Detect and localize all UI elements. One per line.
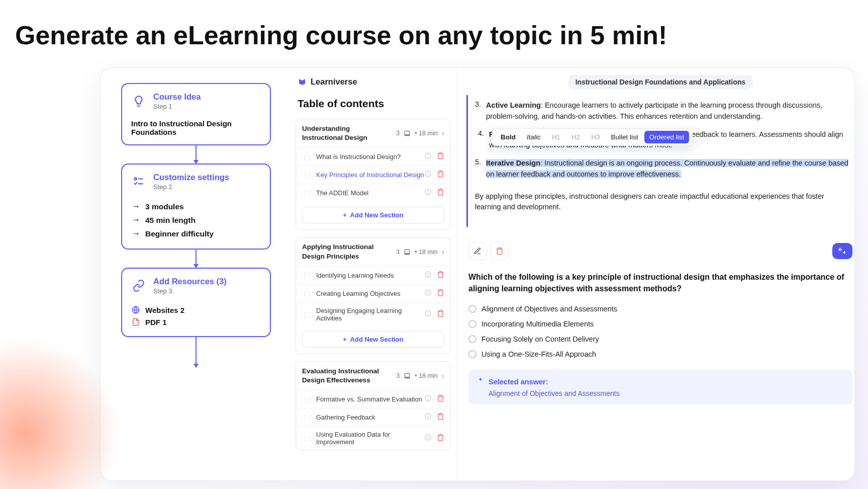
section-name: Gathering Feedback (316, 414, 375, 421)
content-editor[interactable]: 3. Active Learning: Encourage learners t… (466, 95, 854, 227)
toc-section-row[interactable]: ⋮⋮ Key Principles of Instructional Desig… (296, 166, 450, 184)
toolbar-bold[interactable]: Bold (496, 131, 521, 143)
drag-handle-icon[interactable]: ⋮⋮ (302, 396, 312, 403)
quiz-option[interactable]: Focusing Solely on Content Delivery (468, 332, 852, 347)
app-window: Course Idea Step 1 Intro to Instructiona… (101, 68, 854, 480)
info-icon[interactable] (424, 394, 432, 404)
trash-icon[interactable] (437, 309, 444, 319)
flow-card-customize[interactable]: Customize settings Step 2 →3 modules →45… (121, 164, 271, 250)
flow-card-course-idea[interactable]: Course Idea Step 1 Intro to Instructiona… (121, 83, 271, 145)
toc-section-row[interactable]: ⋮⋮ The ADDIE Model (296, 184, 450, 202)
section-name: What is Instructional Design? (316, 153, 401, 160)
radio-icon[interactable] (468, 305, 476, 313)
drag-handle-icon[interactable]: ⋮⋮ (302, 435, 312, 442)
lightbulb-icon (131, 94, 146, 109)
flow-connector (196, 145, 197, 164)
trash-icon[interactable] (437, 271, 444, 280)
quiz-option[interactable]: Using a One-Size-Fits-All Approach (468, 347, 852, 362)
list-item: 5. Iterative Design: Instructional desig… (475, 158, 849, 180)
toolbar-h2[interactable]: H2 (566, 131, 585, 143)
info-icon[interactable] (424, 413, 432, 422)
arrow-right-icon: → (131, 201, 140, 212)
flow-card-title: Customize settings (153, 173, 229, 182)
add-section-button[interactable]: + Add New Section (302, 331, 444, 348)
toc-section-row[interactable]: ⋮⋮ Gathering Feedback (296, 408, 450, 426)
section-name: Identifying Learning Needs (316, 272, 394, 279)
quiz-option[interactable]: Alignment of Objectives and Assessments (468, 301, 852, 316)
option-label: Focusing Solely on Content Delivery (481, 335, 599, 343)
flow-card-resources[interactable]: Add Resources (3) Step 3 Websites 2 PDF … (121, 268, 271, 337)
info-icon[interactable] (424, 188, 432, 198)
flow-connector (196, 250, 197, 268)
section-name: Formative vs. Summative Evaluation (316, 395, 422, 403)
info-icon[interactable] (424, 434, 432, 443)
info-icon[interactable] (424, 152, 432, 161)
section-name: Using Evaluation Data for Improvement (316, 431, 424, 446)
module-meta: 3• 18 min › (396, 248, 444, 257)
ai-generate-button[interactable] (832, 243, 852, 259)
selected-answer-value: Alignment of Objectives and Assessments (489, 389, 844, 397)
section-name: Creating Learning Objectives (316, 290, 401, 297)
selected-answer-box: Selected answer: Alignment of Objectives… (468, 370, 852, 404)
drag-handle-icon[interactable]: ⋮⋮ (302, 153, 312, 160)
checklist-icon (131, 174, 146, 189)
toolbar-ordered-list[interactable]: Ordered list (644, 131, 690, 143)
arrow-right-icon: → (131, 228, 140, 239)
edit-button[interactable] (468, 242, 487, 260)
trash-icon[interactable] (437, 434, 444, 443)
selected-answer-label: Selected answer: (489, 378, 548, 386)
trash-icon[interactable] (437, 188, 444, 198)
toc-section-row[interactable]: ⋮⋮ What is Instructional Design? (296, 147, 450, 166)
info-icon[interactable] (424, 309, 432, 319)
module-header[interactable]: Applying Instructional Design Principles… (296, 237, 450, 266)
trash-icon[interactable] (437, 413, 444, 422)
trash-icon[interactable] (437, 152, 444, 161)
drag-handle-icon[interactable]: ⋮⋮ (302, 272, 312, 279)
toolbar-bullet-list[interactable]: Bullet list (606, 131, 643, 143)
module-title: Understanding Instructional Design (302, 124, 388, 142)
trash-icon[interactable] (437, 289, 444, 298)
chevron-right-icon: › (442, 129, 444, 138)
radio-icon[interactable] (468, 335, 476, 343)
brand-logo-icon (298, 77, 307, 87)
document-title-pill: Instructional Design Foundations and App… (568, 75, 753, 89)
flow-connector (196, 337, 197, 367)
drag-handle-icon[interactable]: ⋮⋮ (302, 290, 312, 297)
file-pdf-icon (131, 317, 140, 327)
delete-button[interactable] (491, 242, 509, 260)
trash-icon[interactable] (437, 170, 444, 180)
quiz-option[interactable]: Incorporating Multimedia Elements (468, 316, 852, 332)
toc-section-row[interactable]: ⋮⋮ Designing Engaging Learning Activitie… (296, 302, 450, 326)
drag-handle-icon[interactable]: ⋮⋮ (302, 190, 312, 197)
module-header[interactable]: Evaluating Instructional Design Effectiv… (296, 362, 450, 390)
toolbar-h3[interactable]: H3 (586, 131, 605, 143)
trash-icon[interactable] (437, 394, 444, 404)
resource-websites: Websites 2 (131, 304, 261, 316)
flow-setting-line: →3 modules (131, 200, 261, 213)
toc-section-row[interactable]: ⋮⋮ Using Evaluation Data for Improvement (296, 426, 450, 450)
toc-column: Learniverse Table of contents Understand… (292, 68, 457, 480)
link-icon (131, 278, 146, 293)
toolbar-h1[interactable]: H1 (547, 131, 565, 143)
add-section-button[interactable]: + Add New Section (302, 207, 444, 223)
info-icon[interactable] (424, 289, 432, 298)
info-icon[interactable] (424, 170, 432, 180)
svg-point-18 (428, 291, 428, 292)
svg-point-9 (428, 173, 428, 173)
flow-column: Course Idea Step 1 Intro to Instructiona… (101, 68, 292, 480)
toc-section-row[interactable]: ⋮⋮ Formative vs. Summative Evaluation (296, 390, 450, 408)
drag-handle-icon[interactable]: ⋮⋮ (302, 414, 312, 421)
toc-section-row[interactable]: ⋮⋮ Identifying Learning Needs (296, 266, 450, 284)
drag-handle-icon[interactable]: ⋮⋮ (302, 172, 312, 179)
module-title: Evaluating Instructional Design Effectiv… (302, 367, 388, 385)
info-icon[interactable] (424, 271, 432, 280)
section-name: The ADDIE Model (316, 189, 368, 197)
arrow-right-icon: → (131, 215, 140, 225)
radio-icon[interactable] (468, 320, 476, 328)
drag-handle-icon[interactable]: ⋮⋮ (302, 311, 312, 318)
toolbar-italic[interactable]: Italic (522, 131, 546, 143)
module-header[interactable]: Understanding Instructional Design 3• 18… (296, 119, 450, 147)
svg-point-30 (428, 436, 428, 437)
toc-section-row[interactable]: ⋮⋮ Creating Learning Objectives (296, 284, 450, 302)
radio-icon[interactable] (468, 350, 476, 358)
